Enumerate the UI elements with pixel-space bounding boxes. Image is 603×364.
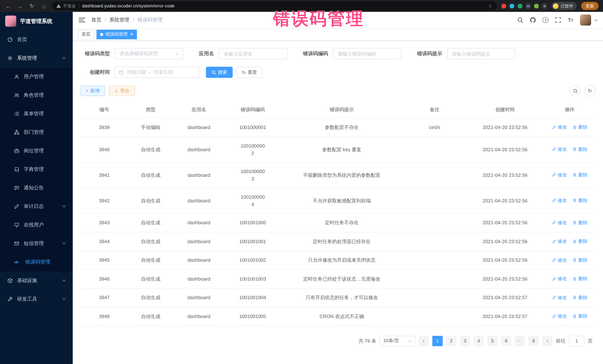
delete-link[interactable]: 删除 (573, 197, 588, 204)
code-input[interactable] (333, 48, 402, 59)
type-select[interactable]: 请选择错误码类型 (115, 48, 183, 59)
font-size-icon[interactable]: TT (568, 17, 573, 23)
search-icon (211, 70, 216, 75)
search-button[interactable]: 搜索 (206, 67, 233, 78)
home-icon[interactable]: ⌂ (40, 3, 47, 9)
delete-link[interactable]: 删除 (573, 275, 588, 282)
reset-button[interactable]: ↻ 重置 (236, 67, 263, 78)
page-size-select[interactable]: 10条/页 (380, 336, 415, 346)
tag-errcode[interactable]: 错误码管理 ✕ (96, 30, 137, 39)
edit-link[interactable]: 修改 (552, 197, 567, 204)
sidebar-item-tools[interactable]: 研发工具 (0, 290, 73, 309)
export-button[interactable]: ⇩ 导出 (109, 86, 135, 96)
user-avatar[interactable] (580, 14, 591, 26)
extension-on-icon[interactable]: on (526, 3, 531, 8)
pager-page-8[interactable]: 8 (528, 336, 539, 346)
sidebar-item-role[interactable]: 角色管理 (0, 86, 73, 105)
search-toggle-button[interactable] (570, 85, 581, 96)
help-icon[interactable]: ? (543, 17, 549, 23)
address-bar[interactable]: 不安全 dashboard.yudao.iocoder.cn/system/er… (52, 1, 497, 10)
pager: 123456···8 (432, 336, 539, 346)
sidebar-item-system[interactable]: 系统管理 (0, 49, 73, 67)
edit-link[interactable]: 修改 (552, 238, 567, 245)
pager-page-1[interactable]: 1 (432, 336, 443, 346)
search-icon[interactable] (517, 17, 523, 23)
sidebar-item-home[interactable]: 首页 (0, 30, 73, 49)
bookmark-star-icon[interactable]: ☆ (488, 3, 492, 9)
sidebar-item-menu[interactable]: 菜单管理 (0, 105, 73, 123)
sidebar-item-dept[interactable]: 部门管理 (0, 123, 73, 142)
security-chip[interactable]: 不安全 (56, 3, 76, 9)
delete-link[interactable]: 删除 (573, 219, 588, 226)
edit-link[interactable]: 修改 (552, 123, 567, 131)
cell-time: 2021-04-20 23:52:57 (466, 307, 544, 326)
sidebar-item-sms[interactable]: 短信管理 (0, 234, 73, 253)
hint-input[interactable] (447, 48, 516, 59)
extension-green-icon[interactable] (518, 3, 522, 8)
sidebar-item-infra[interactable]: 基础设施 (0, 271, 73, 290)
table-row: 3940 自动生成 dashboard 100100000 2 参数配置 key… (80, 137, 596, 162)
pager-page-4[interactable]: 4 (474, 336, 484, 346)
delete-link[interactable]: 删除 (573, 171, 588, 179)
edit-link[interactable]: 修改 (552, 312, 567, 320)
fullscreen-icon[interactable] (555, 17, 561, 23)
pager-more[interactable]: ··· (515, 336, 525, 346)
delete-link[interactable]: 删除 (573, 256, 588, 264)
forward-icon[interactable]: → (16, 3, 24, 9)
pager-page-3[interactable]: 3 (460, 336, 470, 346)
breadcrumb-home[interactable]: 首页 (91, 17, 101, 23)
sidebar-item-audit[interactable]: 审计日志 (0, 197, 73, 216)
pager-next[interactable]: › (542, 336, 553, 346)
delete-link[interactable]: 删除 (573, 123, 588, 131)
cell-id: 3939 (80, 118, 128, 137)
tag-home[interactable]: 首页 (78, 30, 94, 39)
sidebar-item-errcode[interactable]: </> 错误码管理 (0, 253, 73, 271)
extension-red-icon[interactable] (501, 3, 506, 8)
sidebar-item-notice[interactable]: 通知公告 (0, 179, 73, 197)
puzzle-icon[interactable]: ■ (542, 3, 547, 8)
edit-link[interactable]: 修改 (552, 275, 567, 282)
date-range-picker[interactable]: 开始日期 - 结束日期 (115, 67, 200, 78)
start-date-placeholder: 开始日期 (127, 69, 146, 76)
edit-link-label: 修改 (557, 256, 567, 264)
browser-chrome: ← → ↻ ⌂ 不安全 dashboard.yudao.iocoder.cn/s… (0, 0, 603, 12)
cell-type: 自动生成 (128, 307, 173, 326)
sidebar-item-dict[interactable]: 字典管理 (0, 160, 73, 179)
close-icon[interactable]: ✕ (130, 32, 133, 36)
profile-paused-badge[interactable]: 已暂停 (551, 2, 577, 10)
edit-link[interactable]: 修改 (552, 219, 567, 226)
app-input[interactable] (219, 48, 287, 59)
cell-code: 100100000 3 (225, 162, 280, 188)
app-logo[interactable]: 芋道管理系统 (0, 12, 73, 30)
extension-leaf-icon[interactable] (534, 3, 539, 8)
pager-prev[interactable]: ‹ (418, 336, 429, 346)
pager-page-5[interactable]: 5 (487, 336, 498, 346)
delete-link[interactable]: 删除 (573, 312, 588, 320)
sidebar-item-user[interactable]: 用户管理 (0, 67, 73, 86)
hamburger-icon[interactable] (79, 18, 85, 22)
goto-page-input[interactable] (569, 336, 584, 346)
back-icon[interactable]: ← (4, 3, 12, 9)
browser-update-button[interactable]: 更新 (581, 2, 599, 10)
add-button[interactable]: + 新增 (80, 86, 105, 96)
cell-operations: 修改 删除 (544, 288, 596, 307)
pager-page-6[interactable]: 6 (501, 336, 511, 346)
avatar-caret-icon[interactable] (594, 18, 598, 21)
refresh-button[interactable]: ↻ (584, 85, 596, 96)
pager-page-2[interactable]: 2 (446, 336, 456, 346)
sidebar-item-post[interactable]: 岗位管理 (0, 142, 73, 160)
breadcrumb-system[interactable]: 系统管理 (109, 17, 129, 23)
edit-link[interactable]: 修改 (552, 171, 567, 179)
reload-icon[interactable]: ↻ (28, 3, 36, 9)
extension-teal-icon[interactable] (510, 3, 514, 8)
sidebar-item-online[interactable]: 在线用户 (0, 216, 73, 234)
edit-link[interactable]: 修改 (552, 294, 567, 301)
edit-link[interactable]: 修改 (552, 146, 567, 153)
github-icon[interactable] (530, 17, 536, 23)
delete-icon (573, 147, 577, 151)
edit-link[interactable]: 修改 (552, 256, 567, 264)
delete-link[interactable]: 删除 (573, 294, 588, 301)
table-row: 3947 自动生成 dashboard 1001001004 只有开启状态的任务… (80, 288, 596, 307)
delete-link[interactable]: 删除 (573, 238, 588, 245)
delete-link[interactable]: 删除 (573, 146, 588, 153)
